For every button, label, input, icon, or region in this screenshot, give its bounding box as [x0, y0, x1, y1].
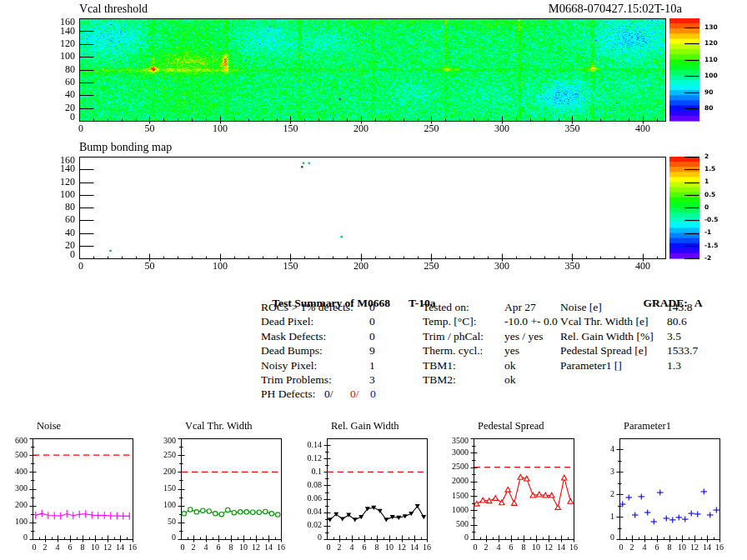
module-id: M0668-070427.15:02T-10a	[499, 2, 682, 16]
condition-value: ok	[504, 359, 516, 372]
vcal-threshold-heatmap	[0, 0, 747, 138]
ph-defects-label: PH Defects:	[261, 388, 316, 401]
result-label: Noise [e]	[560, 301, 602, 314]
condition-label: Temp. [°C]:	[423, 315, 476, 328]
defect-label: Noisy Pixel:	[261, 359, 317, 372]
result-value: 3.5	[667, 330, 681, 343]
condition-value: yes	[504, 344, 519, 358]
defect-label: Mask Defects:	[261, 330, 326, 343]
condition-value: ok	[504, 373, 516, 387]
defect-label: Dead Bumps:	[261, 344, 323, 358]
noise-plot-title: Noise	[37, 420, 61, 432]
defect-label: Trim Problems:	[261, 373, 332, 387]
defect-label: ROCs > 1% defects:	[261, 301, 353, 314]
defect-value: 0	[369, 315, 375, 328]
ph-defects-value-2: 0/	[350, 388, 359, 401]
noise-plot	[8, 430, 141, 555]
condition-value: -10.0 +- 0.0	[504, 315, 558, 328]
vcal-thr-width-plot	[156, 430, 289, 555]
bump-bonding-map	[0, 138, 747, 277]
defect-value: 1	[369, 359, 375, 372]
result-label: Pedestal Spread [e]	[560, 344, 647, 358]
pedestal-spread-plot	[449, 430, 582, 555]
condition-label: Trim / phCal:	[423, 330, 484, 343]
grade-value: A	[694, 297, 703, 309]
result-label: Rel. Gain Width [%]	[560, 330, 654, 343]
result-label: Parameter1 []	[560, 359, 622, 372]
parameter1-plot	[594, 430, 728, 555]
vcal-thr-width-plot-title: Vcal Thr. Width	[185, 420, 253, 432]
result-value: 143.8	[667, 301, 692, 314]
result-label: Vcal Thr. Width [e]	[560, 315, 648, 328]
ph-defects-value-3: 0	[370, 388, 376, 401]
defect-label: Dead Pixel:	[261, 315, 313, 328]
condition-label: TBM2:	[423, 373, 456, 387]
defect-value: 0	[369, 301, 375, 314]
parameter1-plot-title: Parameter1	[624, 420, 671, 432]
condition-label: TBM1:	[423, 359, 456, 372]
condition-label: Tested on:	[423, 301, 469, 314]
condition-value: Apr 27	[504, 301, 536, 314]
vcal-threshold-title: Vcal threshold	[79, 2, 148, 16]
bump-bonding-title: Bump bonding map	[79, 141, 172, 154]
pedestal-spread-plot-title: Pedestal Spread	[478, 420, 544, 432]
defect-value: 9	[369, 344, 375, 358]
result-value: 80.6	[667, 315, 687, 328]
result-value: 1533.7	[667, 344, 698, 358]
rel-gain-width-plot	[302, 430, 435, 555]
rel-gain-width-plot-title: Rel. Gain Width	[331, 420, 399, 432]
defect-value: 3	[369, 373, 375, 387]
condition-label: Therm. cycl.:	[423, 344, 483, 358]
module-test-report: Vcal threshold M0668-070427.15:02T-10a B…	[0, 0, 747, 560]
ph-defects-value-1: 0/	[324, 388, 333, 401]
condition-value: yes / yes	[504, 330, 544, 343]
defect-value: 0	[369, 330, 375, 343]
result-value: 1.3	[667, 359, 681, 372]
